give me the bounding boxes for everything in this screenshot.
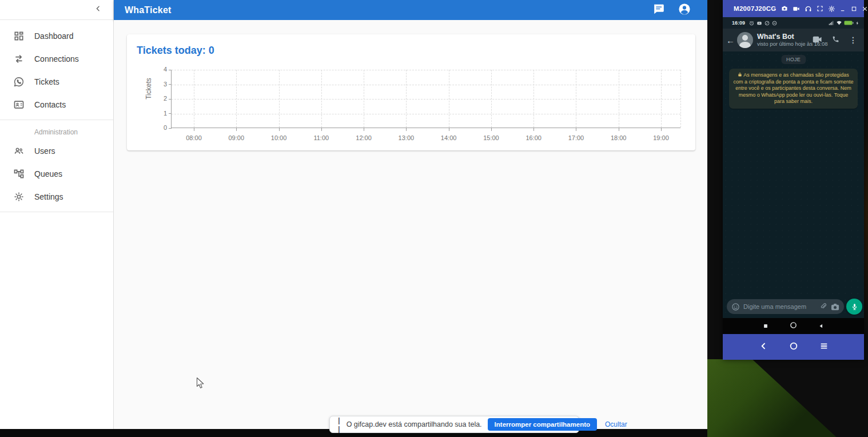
- video-call-button[interactable]: [813, 35, 822, 45]
- youtube-icon: [756, 21, 762, 26]
- chart-plot: 0123408:0009:0010:0011:0012:0013:0014:00…: [171, 70, 680, 128]
- dnd-icon: [772, 21, 777, 26]
- sidebar-item-users[interactable]: Users: [0, 140, 113, 162]
- whatsapp-icon: [12, 75, 26, 89]
- sidebar: Dashboard Connections Tickets: [0, 0, 114, 429]
- whatsapp-chat-header: ← What's Bot visto por último hoje às 16…: [723, 29, 864, 51]
- menu-kebab-icon[interactable]: ⋮: [849, 35, 857, 45]
- recents-button[interactable]: [763, 321, 769, 331]
- close-window-button[interactable]: [862, 5, 868, 13]
- phone-window-title: M2007J20CG: [734, 5, 777, 12]
- chat-area: HOJE As mensagens e as chamadas são prot…: [723, 51, 864, 318]
- tickets-chart-card: Tickets today: 0 Tickets 0123408:0009:00…: [127, 34, 695, 150]
- maximize-window-button[interactable]: [851, 5, 857, 13]
- app-title: WhaTicket: [114, 5, 172, 15]
- scrcpy-nav-bar: [723, 334, 864, 360]
- sidebar-item-label: Users: [34, 146, 55, 156]
- sidebar-item-label: Dashboard: [34, 31, 74, 41]
- contact-last-seen: visto por último hoje às 16:08: [757, 41, 813, 47]
- sidebar-item-dashboard[interactable]: Dashboard: [0, 25, 113, 47]
- phone-window-titlebar[interactable]: M2007J20CG: [723, 0, 864, 17]
- emoji-icon[interactable]: [731, 303, 740, 311]
- camera-icon[interactable]: [831, 303, 839, 311]
- phone-status-bar: 16:09: [723, 17, 864, 29]
- contact-card-icon: [12, 98, 26, 112]
- sidebar-item-label: Connections: [34, 54, 79, 63]
- date-badge: HOJE: [781, 55, 806, 64]
- sidebar-admin-list: Users Queues Settings: [0, 140, 113, 208]
- alarm-icon: [749, 21, 754, 26]
- sidebar-item-connections[interactable]: Connections: [0, 47, 113, 70]
- dashboard-icon: [12, 29, 26, 43]
- scrcpy-back-button[interactable]: [759, 341, 768, 353]
- status-right-icons: [828, 20, 859, 26]
- sidebar-item-queues[interactable]: Queues: [0, 162, 113, 185]
- chat-header-actions: ⋮: [813, 35, 859, 45]
- home-button[interactable]: [790, 321, 797, 331]
- chevron-left-icon: [93, 3, 103, 14]
- desktop-background: M2007J20CG 16:09: [707, 0, 868, 437]
- status-time: 16:09: [732, 20, 745, 26]
- message-input[interactable]: [743, 303, 816, 310]
- gear-icon: [12, 190, 26, 204]
- sidebar-item-tickets[interactable]: Tickets: [0, 70, 113, 93]
- sidebar-main-list: Dashboard Connections Tickets: [0, 20, 113, 116]
- sidebar-item-label: Queues: [34, 169, 62, 178]
- drawer-header: [0, 0, 113, 20]
- contact-name: What's Bot: [757, 33, 813, 41]
- sidebar-item-settings[interactable]: Settings: [0, 185, 113, 208]
- encryption-notice[interactable]: As mensagens e as chamadas são protegida…: [729, 69, 858, 109]
- voice-message-button[interactable]: [846, 299, 862, 315]
- message-input-pill: [727, 299, 844, 314]
- contact-info[interactable]: What's Bot visto por último hoje às 16:0…: [757, 33, 813, 47]
- screen: Dashboard Connections Tickets: [0, 0, 868, 437]
- screenshot-button[interactable]: [781, 5, 788, 13]
- browser-window: Dashboard Connections Tickets: [0, 0, 707, 429]
- contact-avatar[interactable]: [737, 32, 753, 48]
- scrcpy-recents-button[interactable]: [819, 341, 829, 353]
- lock-icon: [738, 72, 742, 77]
- settings-button[interactable]: [828, 5, 835, 13]
- messages-button[interactable]: [652, 3, 665, 18]
- back-arrow-icon[interactable]: ←: [726, 35, 735, 45]
- signal-icon: [828, 20, 834, 26]
- main-content: Tickets today: 0 Tickets 0123408:0009:00…: [114, 20, 707, 429]
- battery-icon: [844, 20, 854, 26]
- scrcpy-home-button[interactable]: [789, 341, 798, 353]
- chart-title: Tickets today: 0: [137, 45, 214, 57]
- android-nav-bar: [723, 318, 864, 334]
- attach-icon[interactable]: [819, 303, 827, 311]
- app-bar-actions: [652, 2, 707, 18]
- sidebar-item-label: Tickets: [34, 77, 59, 86]
- compose-bar: [723, 299, 864, 315]
- mic-icon: [851, 303, 858, 311]
- chat-bubble-icon: [652, 3, 665, 15]
- stop-sharing-button[interactable]: Interromper compartilhamento: [488, 418, 597, 431]
- screen-share-bar: | | O gifcap.dev está compartilhando sua…: [329, 416, 579, 433]
- voice-call-button[interactable]: [832, 35, 839, 45]
- record-button[interactable]: [793, 5, 800, 13]
- hide-share-bar-link[interactable]: Ocultar: [603, 420, 630, 428]
- screen-share-message: O gifcap.dev está compartilhando sua tel…: [347, 420, 482, 428]
- account-circle-icon: [678, 2, 691, 16]
- fullscreen-button[interactable]: [817, 5, 823, 13]
- sidebar-item-label: Settings: [34, 192, 63, 201]
- screen-share-pause-icon: | |: [338, 416, 341, 433]
- data-saver-icon: [765, 21, 770, 26]
- back-button[interactable]: [818, 321, 824, 331]
- mouse-cursor: [196, 377, 205, 390]
- collapse-drawer-button[interactable]: [93, 3, 103, 16]
- sidebar-item-contacts[interactable]: Contacts: [0, 93, 113, 116]
- encryption-text: As mensagens e as chamadas são protegida…: [733, 72, 853, 104]
- people-icon: [12, 144, 26, 158]
- sidebar-divider: [0, 212, 113, 212]
- sidebar-item-label: Contacts: [34, 100, 66, 109]
- swap-arrows-icon: [12, 52, 26, 66]
- wifi-icon: [836, 20, 842, 26]
- account-button[interactable]: [678, 2, 691, 18]
- minimize-window-button[interactable]: [840, 5, 846, 13]
- sidebar-section-administration: Administration: [0, 120, 113, 140]
- audio-button[interactable]: [805, 5, 812, 13]
- wallpaper-grass: [707, 359, 847, 437]
- chart-y-axis-label: Tickets: [145, 71, 153, 106]
